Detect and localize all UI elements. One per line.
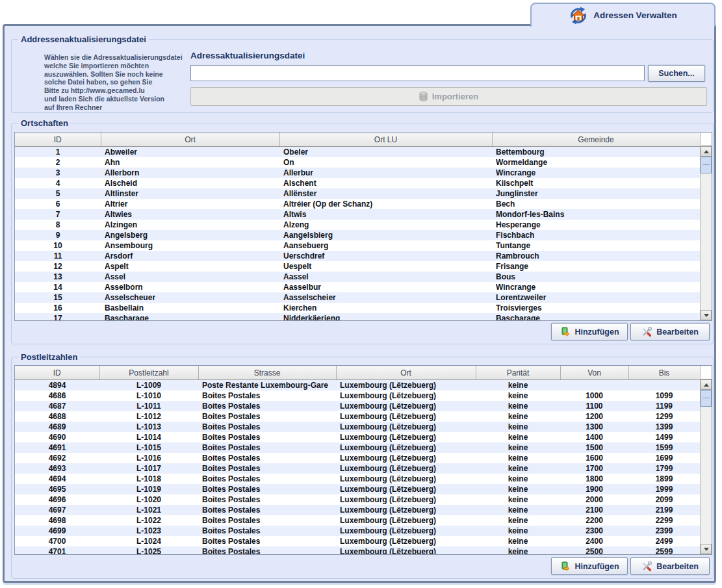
- table-row[interactable]: 16BasbellainKierchenTroisvierges: [15, 303, 700, 313]
- table-row[interactable]: 4696L-1020Boites PostalesLuxembourg (Lët…: [15, 494, 700, 505]
- file-path-input[interactable]: [190, 65, 645, 81]
- table-cell: 4695: [15, 484, 99, 494]
- table-cell: keine: [476, 411, 560, 422]
- table-cell: [560, 380, 628, 391]
- table-row[interactable]: 4694L-1018Boites PostalesLuxembourg (Lët…: [15, 474, 700, 484]
- table-row[interactable]: 4692L-1016Boites PostalesLuxembourg (Lët…: [15, 453, 700, 463]
- table-row[interactable]: 11ArsdorfUerschdrefRambrouch: [15, 251, 700, 261]
- table-row[interactable]: 14AsselbornAasselburWincrange: [15, 282, 700, 292]
- scroll-up-button[interactable]: [701, 379, 712, 390]
- table-cell: Tuntange: [492, 240, 700, 251]
- table-row[interactable]: 4691L-1015Boites PostalesLuxembourg (Lët…: [15, 442, 700, 453]
- table-cell: Angelsberg: [101, 230, 279, 240]
- column-header[interactable]: Ort: [336, 366, 476, 380]
- table-cell: keine: [476, 494, 560, 505]
- column-header[interactable]: Gemeinde: [492, 133, 700, 147]
- scroll-up-button[interactable]: [701, 146, 712, 157]
- import-groupbox-title: Addressenaktualisierungsdatei: [18, 34, 149, 44]
- table-row[interactable]: 6AltrierAltréier (Op der Schanz)Bech: [15, 199, 700, 209]
- ortschaften-edit-button[interactable]: Bearbeiten: [630, 323, 710, 340]
- table-cell: Abweiler: [101, 147, 279, 158]
- postleitzahlen-table: IDPostleitzahlStrasseOrtParitätVonBis 48…: [15, 366, 700, 554]
- table-cell: Allerborn: [101, 168, 279, 178]
- scroll-thumb[interactable]: [701, 390, 712, 407]
- column-header[interactable]: Parität: [476, 366, 560, 380]
- table-cell: Luxembourg (Lëtzebuerg): [336, 515, 476, 526]
- table-row[interactable]: 1AbweilerObelerBettembourg: [15, 147, 700, 158]
- column-header[interactable]: Strasse: [198, 366, 336, 380]
- table-cell: keine: [476, 474, 560, 484]
- table-cell: 2399: [628, 526, 700, 536]
- table-row[interactable]: 13AsselAasselBous: [15, 272, 700, 282]
- scroll-down-button[interactable]: [701, 544, 712, 554]
- scroll-track[interactable]: [701, 173, 712, 310]
- postleitzahlen-edit-button[interactable]: Bearbeiten: [630, 557, 710, 575]
- table-cell: Nidderkäerjeng: [279, 313, 492, 320]
- table-cell: 5: [15, 188, 101, 199]
- column-header[interactable]: Ort: [101, 133, 279, 147]
- search-button[interactable]: Suchen...: [648, 65, 705, 82]
- table-row[interactable]: 4AlscheidAlschentKiischpelt: [15, 178, 700, 188]
- table-row[interactable]: 4686L-1010Boites PostalesLuxembourg (Lët…: [15, 390, 700, 401]
- table-cell: L-1013: [99, 422, 198, 432]
- table-cell: 4697: [15, 505, 99, 515]
- table-row[interactable]: 4687L-1011Boites PostalesLuxembourg (Lët…: [15, 401, 700, 411]
- ortschaften-add-button[interactable]: Hinzufügen: [551, 323, 628, 340]
- column-header[interactable]: ID: [15, 366, 99, 380]
- table-cell: keine: [476, 432, 560, 442]
- import-button[interactable]: Importieren: [190, 87, 707, 106]
- table-cell: Luxembourg (Lëtzebuerg): [336, 432, 476, 442]
- table-cell: 2499: [628, 536, 700, 546]
- postleitzahlen-groupbox: Postleitzahlen IDPostleitzahlStrasseOrtP…: [11, 357, 714, 579]
- table-cell: 4686: [15, 390, 99, 401]
- table-row[interactable]: 12AspeltUespeltFrisange: [15, 261, 700, 272]
- postleitzahlen-add-button[interactable]: Hinzufügen: [551, 557, 628, 575]
- table-row[interactable]: 4701L-1025Boites PostalesLuxembourg (Lët…: [15, 546, 700, 554]
- table-cell: Luxembourg (Lëtzebuerg): [336, 536, 476, 546]
- table-cell: 2099: [628, 494, 700, 505]
- column-header[interactable]: Bis: [628, 366, 700, 380]
- down-arrow-icon: [704, 314, 709, 317]
- table-row[interactable]: 5AltlinsterAllënsterJunglinster: [15, 188, 700, 199]
- table-row[interactable]: 2AhnOnWormeldange: [15, 157, 700, 168]
- table-cell: Alzeng: [279, 220, 492, 230]
- table-cell: 4699: [15, 526, 99, 536]
- table-row[interactable]: 4689L-1013Boites PostalesLuxembourg (Lët…: [15, 422, 700, 432]
- column-header[interactable]: Ort LU: [279, 133, 492, 147]
- table-row[interactable]: 4894L-1009Poste Restante Luxembourg-Gare…: [15, 380, 700, 391]
- table-row[interactable]: 3AllerbornAllerburWincrange: [15, 168, 700, 178]
- scroll-down-button[interactable]: [701, 310, 712, 320]
- table-cell: 4692: [15, 453, 99, 463]
- table-row[interactable]: 8AlzingenAlzengHesperange: [15, 220, 700, 230]
- tab-adressen-verwalten[interactable]: Adressen Verwalten: [530, 3, 716, 27]
- table-row[interactable]: 9AngelsbergAangelsbiergFischbach: [15, 230, 700, 240]
- table-row[interactable]: 4698L-1022Boites PostalesLuxembourg (Lët…: [15, 515, 700, 526]
- table-row[interactable]: 4690L-1014Boites PostalesLuxembourg (Lët…: [15, 432, 700, 442]
- table-row[interactable]: 4688L-1012Boites PostalesLuxembourg (Lët…: [15, 411, 700, 422]
- table-row[interactable]: 4700L-1024Boites PostalesLuxembourg (Lët…: [15, 536, 700, 546]
- column-header[interactable]: Von: [560, 366, 628, 380]
- scroll-thumb[interactable]: [701, 157, 712, 173]
- table-row[interactable]: 15AsselscheuerAasselscheierLorentzweiler: [15, 292, 700, 303]
- table-row[interactable]: 7AltwiesAltwisMondorf-les-Bains: [15, 209, 700, 220]
- table-cell: L-1023: [99, 526, 198, 536]
- table-cell: Luxembourg (Lëtzebuerg): [336, 484, 476, 494]
- scroll-track[interactable]: [701, 407, 712, 544]
- table-cell: 9: [15, 230, 101, 240]
- table-row[interactable]: 4693L-1017Boites PostalesLuxembourg (Lët…: [15, 463, 700, 474]
- vertical-scrollbar[interactable]: [700, 133, 712, 320]
- table-cell: Obeler: [279, 147, 492, 158]
- table-cell: Luxembourg (Lëtzebuerg): [336, 422, 476, 432]
- table-row[interactable]: 4699L-1023Boites PostalesLuxembourg (Lët…: [15, 526, 700, 536]
- table-row[interactable]: 4697L-1021Boites PostalesLuxembourg (Lët…: [15, 505, 700, 515]
- table-cell: On: [279, 157, 492, 168]
- table-row[interactable]: 4695L-1019Boites PostalesLuxembourg (Lët…: [15, 484, 700, 494]
- vertical-scrollbar[interactable]: [700, 366, 712, 554]
- ortschaften-groupbox-title: Ortschaften: [18, 118, 71, 128]
- table-cell: Boites Postales: [198, 390, 336, 401]
- table-row[interactable]: 10AnsembourgAansebuergTuntange: [15, 240, 700, 251]
- table-row[interactable]: 17BascharageNidderkäerjengBascharage: [15, 313, 700, 320]
- column-header[interactable]: Postleitzahl: [99, 366, 198, 380]
- column-header[interactable]: ID: [15, 133, 101, 147]
- table-cell: 1299: [628, 411, 700, 422]
